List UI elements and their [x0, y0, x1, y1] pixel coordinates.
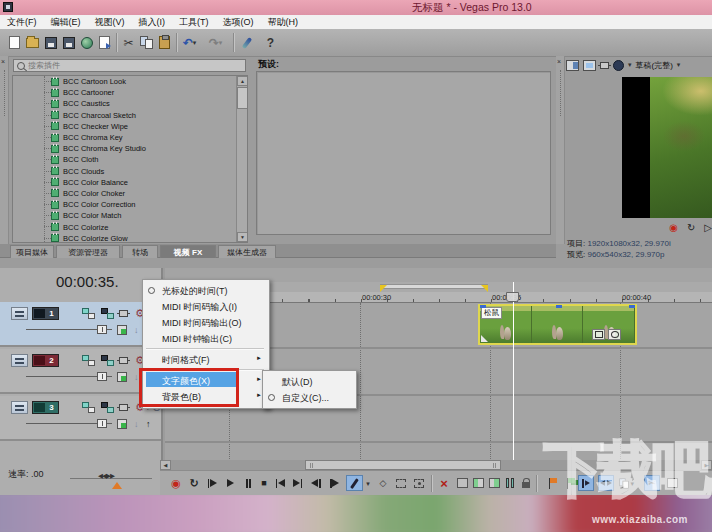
play-button[interactable]	[222, 475, 238, 491]
menu-help[interactable]: 帮助(H)	[261, 16, 306, 29]
track-motion-icon[interactable]	[119, 357, 128, 364]
menu-tools[interactable]: 工具(T)	[172, 16, 216, 29]
rate-scrub-icon[interactable]: ◀◀▶▶	[98, 472, 114, 480]
plugin-list-item[interactable]: BCC Chroma Key	[13, 132, 247, 143]
split-button[interactable]	[502, 475, 518, 491]
menu-view[interactable]: 视图(V)	[88, 16, 132, 29]
tab-explorer[interactable]: 资源管理器	[56, 245, 120, 258]
track-number-badge[interactable]: 1	[32, 307, 59, 320]
pause-button[interactable]	[240, 475, 256, 491]
interactive-tutorials-icon[interactable]	[238, 34, 255, 51]
envelope-tool-button[interactable]: ◇	[375, 475, 391, 491]
scrollbar-thumb[interactable]	[305, 460, 501, 470]
plugin-list-item[interactable]: BCC Cartoon Look	[13, 76, 247, 87]
track-minimize-button[interactable]	[11, 401, 28, 414]
timeline-event-squirrel[interactable]: 松鼠	[478, 304, 637, 345]
scrollbar-thumb[interactable]	[237, 87, 248, 109]
plugin-list-item[interactable]: BCC Chroma Key Studio	[13, 143, 247, 154]
whats-this-help-icon[interactable]: ?	[262, 34, 279, 51]
preview-quality-select[interactable]: 草稿(完整)	[636, 60, 673, 71]
menu-item-time-format[interactable]: 时间格式(F) ►	[143, 351, 267, 367]
event-fade-handle[interactable]	[481, 335, 488, 342]
save-icon[interactable]	[42, 34, 59, 51]
plugin-list-item[interactable]: BCC Checker Wipe	[13, 121, 247, 132]
track-minimize-button[interactable]	[11, 354, 28, 367]
external-monitor-icon[interactable]	[583, 60, 596, 71]
project-video-properties-icon[interactable]	[566, 60, 579, 71]
tab-media-generators[interactable]: 媒体生成器	[218, 245, 276, 258]
dropdown-icon[interactable]: ▾	[677, 61, 681, 69]
tab-transitions[interactable]: 转场	[122, 245, 158, 258]
submenu-item-default[interactable]: 默认(D)	[263, 373, 354, 389]
compositing-mode-icon[interactable]	[82, 308, 95, 319]
trim-event-button[interactable]	[454, 475, 470, 491]
track-number-badge[interactable]: 3	[32, 401, 59, 414]
plugin-list-item[interactable]: BCC Charcoal Sketch	[13, 110, 247, 121]
make-compositing-child-icon[interactable]: ↓	[134, 420, 139, 429]
zoom-tool-button[interactable]	[411, 475, 427, 491]
compositing-mode-icon[interactable]	[82, 402, 95, 413]
plugin-list-item[interactable]: BCC Color Correction	[13, 199, 247, 210]
track-fx-icon[interactable]	[117, 372, 127, 382]
play-icon[interactable]: ▷	[704, 223, 712, 233]
track-number-badge[interactable]: 2	[32, 354, 59, 367]
plugin-list-item[interactable]: BCC Clouds	[13, 166, 247, 177]
tab-video-fx[interactable]: 视频 FX	[160, 245, 216, 258]
loop-start-marker[interactable]	[380, 285, 387, 292]
submenu-item-custom[interactable]: 自定义(C)...	[263, 389, 354, 405]
parent-compositing-icon[interactable]	[101, 402, 114, 413]
menu-item-midi-clock-out[interactable]: MIDI 时钟输出(C)	[143, 330, 267, 346]
track-fx-icon[interactable]	[117, 419, 127, 429]
compositing-mode-icon[interactable]	[82, 355, 95, 366]
menu-item-midi-timecode-out[interactable]: MIDI 时间码输出(O)	[143, 314, 267, 330]
track-header-1[interactable]: 1 ⚙ ▾ ⊘ ↓	[0, 302, 161, 347]
go-to-end-button[interactable]	[290, 475, 306, 491]
track-motion-icon[interactable]	[119, 404, 128, 411]
render-as-icon[interactable]	[78, 34, 95, 51]
playback-cursor[interactable]	[513, 282, 514, 460]
track-header-3[interactable]: 3 ⚙ ▾ ⊘ ↓ ↑	[0, 396, 161, 441]
parent-compositing-icon[interactable]	[101, 355, 114, 366]
split-screen-icon[interactable]	[600, 62, 609, 69]
go-to-start-button[interactable]	[272, 475, 288, 491]
trim-start-button[interactable]	[470, 475, 486, 491]
slider-handle[interactable]	[97, 325, 107, 334]
make-compositing-child-icon[interactable]: ↓	[134, 326, 139, 335]
loop-playback-icon[interactable]: ↻	[687, 223, 695, 233]
paste-icon[interactable]	[156, 34, 173, 51]
next-frame-button[interactable]	[326, 475, 342, 491]
menu-insert[interactable]: 插入(I)	[132, 16, 173, 29]
track-header-2[interactable]: 2 ⚙ ▾ ⊘ ↓	[0, 349, 161, 394]
scroll-up-icon[interactable]: ▲	[237, 76, 248, 86]
menu-options[interactable]: 选项(O)	[216, 16, 261, 29]
video-output-fx-icon[interactable]	[613, 60, 624, 71]
make-compositing-child-icon[interactable]: ↓	[134, 373, 139, 382]
plugin-list-item[interactable]: BCC Color Choker	[13, 188, 247, 199]
previous-frame-button[interactable]	[308, 475, 324, 491]
track-minimize-button[interactable]	[11, 307, 28, 320]
plugin-list-scrollbar[interactable]: ▲ ▼	[236, 76, 247, 242]
plugin-list-item[interactable]: BCC Colorize Glow	[13, 233, 247, 243]
stop-button[interactable]: ■	[256, 475, 272, 491]
event-fx-icon[interactable]	[592, 329, 605, 340]
edit-tool-dropdown[interactable]: ▾	[363, 475, 373, 491]
play-from-start-button[interactable]	[204, 475, 220, 491]
undo-icon[interactable]: ↶▾	[181, 34, 198, 51]
record-icon[interactable]: ◉	[669, 223, 678, 233]
tab-project-media[interactable]: 项目媒体	[10, 245, 54, 258]
copy-icon[interactable]	[138, 34, 155, 51]
track-motion-icon[interactable]	[119, 310, 128, 317]
loop-region-bar[interactable]	[380, 284, 488, 289]
menu-item-time-at-cursor[interactable]: 光标处的时间(T)	[143, 282, 267, 298]
cut-icon[interactable]: ✂	[120, 34, 137, 51]
scroll-left-icon[interactable]: ◀	[160, 460, 171, 470]
scroll-down-icon[interactable]: ▼	[237, 232, 248, 242]
plugin-list-item[interactable]: BCC Caustics	[13, 98, 247, 109]
menu-item-midi-timecode-in[interactable]: MIDI 时间码输入(I)	[143, 298, 267, 314]
selection-tool-button[interactable]	[393, 475, 409, 491]
track-fx-icon[interactable]	[117, 325, 127, 335]
new-project-icon[interactable]	[6, 34, 23, 51]
save-as-icon[interactable]	[60, 34, 77, 51]
event-pan-crop-icon[interactable]	[608, 329, 621, 340]
plugin-list-item[interactable]: BCC Colorize	[13, 221, 247, 232]
